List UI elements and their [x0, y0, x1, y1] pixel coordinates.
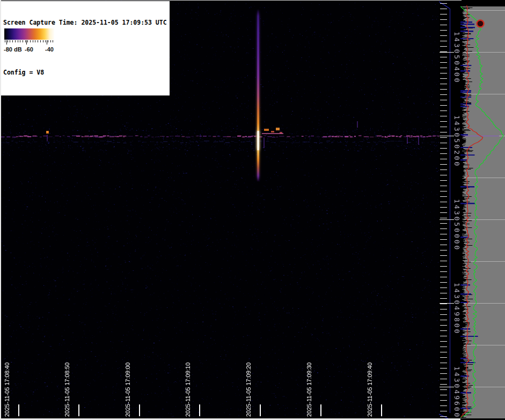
frequency-minor-tick [440, 153, 447, 154]
frequency-minor-tick [440, 379, 447, 379]
frequency-minor-tick [440, 62, 447, 63]
frequency-minor-tick [440, 105, 447, 106]
frequency-minor-tick [440, 411, 447, 411]
frequency-minor-tick [440, 148, 447, 149]
colorbar-minor-tick [38, 40, 38, 42]
frequency-minor-tick [440, 73, 447, 73]
colorbar-minor-tick [33, 40, 33, 42]
colorbar-major-tick [6, 40, 7, 45]
time-axis-tick [381, 404, 382, 416]
colorbar-minor-tick [25, 40, 26, 42]
frequency-axis-label: 143050400 [453, 32, 460, 84]
frequency-minor-tick [440, 9, 447, 9]
frequency-minor-tick [440, 261, 447, 261]
frequency-minor-tick [440, 127, 447, 127]
frequency-minor-tick [440, 336, 447, 336]
frequency-minor-tick [440, 121, 447, 122]
time-axis-tick [139, 404, 140, 416]
frequency-axis-label: 143050200 [453, 115, 460, 167]
frequency-minor-tick [440, 159, 447, 159]
frequency-minor-tick [440, 41, 447, 41]
spectrum-panel [460, 0, 505, 420]
frequency-minor-tick [440, 277, 447, 277]
frequency-minor-tick [440, 271, 447, 272]
frequency-minor-tick [440, 239, 447, 240]
frequency-minor-tick [440, 255, 447, 256]
frequency-minor-tick [440, 234, 447, 234]
colorbar-major-tick [26, 40, 27, 45]
frequency-minor-tick [440, 196, 447, 197]
frequency-minor-tick [440, 94, 447, 95]
frequency-minor-tick [440, 368, 447, 369]
frequency-minor-tick [440, 57, 447, 57]
time-axis-label: 2025-11-05 17:08:40 [3, 363, 11, 417]
frequency-minor-tick [440, 357, 447, 358]
frequency-minor-tick [440, 320, 447, 320]
frequency-minor-tick [440, 170, 447, 170]
colorbar-minor-tick [30, 40, 31, 42]
frequency-minor-tick [440, 175, 447, 175]
config-text: Config = V8 [3, 69, 167, 77]
colorbar-minor-tick [12, 40, 13, 42]
time-axis-tick [18, 404, 19, 416]
frequency-minor-tick [440, 30, 447, 31]
frequency-minor-tick [440, 46, 447, 47]
frequency-axis-label: 143050000 [453, 199, 460, 251]
colorbar-minor-tick [45, 40, 46, 42]
frequency-minor-tick [440, 35, 447, 36]
frequency-major-tick [440, 303, 454, 304]
frequency-minor-tick [440, 298, 447, 299]
colorbar-major-tick [47, 40, 47, 45]
frequency-minor-tick [440, 3, 447, 4]
time-axis-label: 2025-11-05 17:08:50 [63, 363, 71, 417]
colorbar-minor-tick [18, 40, 18, 42]
frequency-minor-tick [440, 245, 447, 245]
frequency-minor-tick [440, 352, 447, 352]
frequency-minor-tick [440, 137, 447, 138]
frequency-minor-tick [440, 68, 447, 68]
frequency-minor-tick [440, 373, 447, 374]
colorbar-legend: -80 dB-60-40 [2, 28, 57, 56]
window-border-top [0, 0, 462, 1]
frequency-major-tick [440, 52, 454, 53]
frequency-major-tick [440, 219, 454, 220]
frequency-minor-tick [440, 341, 447, 342]
colorbar-minor-tick [43, 40, 43, 42]
colorbar-label: -40 [45, 46, 54, 53]
frequency-axis-label: 143049800 [453, 283, 460, 335]
frequency-minor-tick [440, 363, 447, 363]
time-axis-tick [260, 404, 261, 416]
frequency-minor-tick [440, 218, 447, 218]
capture-time-text: Screen Capture Time: 2025-11-05 17:09:53… [3, 19, 167, 27]
frequency-minor-tick [440, 180, 447, 181]
time-axis-tick [320, 404, 321, 416]
frequency-minor-tick [440, 223, 447, 224]
frequency-minor-tick [440, 293, 447, 293]
frequency-minor-tick [440, 78, 447, 79]
colorbar-minor-tick [50, 40, 51, 42]
colorbar-minor-tick [23, 40, 23, 42]
colorbar-minor-tick [10, 40, 10, 42]
frequency-minor-tick [440, 347, 447, 347]
colorbar-minor-tick [5, 40, 5, 42]
frequency-axis-label: 143049600 Hz [453, 366, 460, 420]
colorbar-gradient [4, 28, 55, 40]
colorbar-minor-tick [48, 40, 48, 42]
frequency-minor-tick [440, 132, 447, 132]
frequency-minor-tick [440, 309, 447, 310]
frequency-minor-tick [440, 304, 447, 304]
frequency-minor-tick [440, 288, 447, 288]
time-axis-label: 2025-11-05 17:09:20 [245, 363, 252, 417]
time-axis-label: 2025-11-05 17:09:30 [305, 363, 313, 417]
frequency-minor-tick [440, 207, 447, 208]
frequency-minor-tick [440, 191, 447, 191]
time-axis-tick [78, 404, 79, 416]
colorbar-minor-tick [40, 40, 41, 42]
frequency-minor-tick [440, 25, 447, 25]
frequency-minor-tick [440, 143, 447, 143]
frequency-minor-tick [440, 314, 447, 315]
colorbar-label: -80 dB [4, 46, 22, 53]
frequency-minor-tick [440, 389, 447, 390]
time-axis-tick [199, 404, 200, 416]
colorbar-minor-tick [35, 40, 35, 42]
